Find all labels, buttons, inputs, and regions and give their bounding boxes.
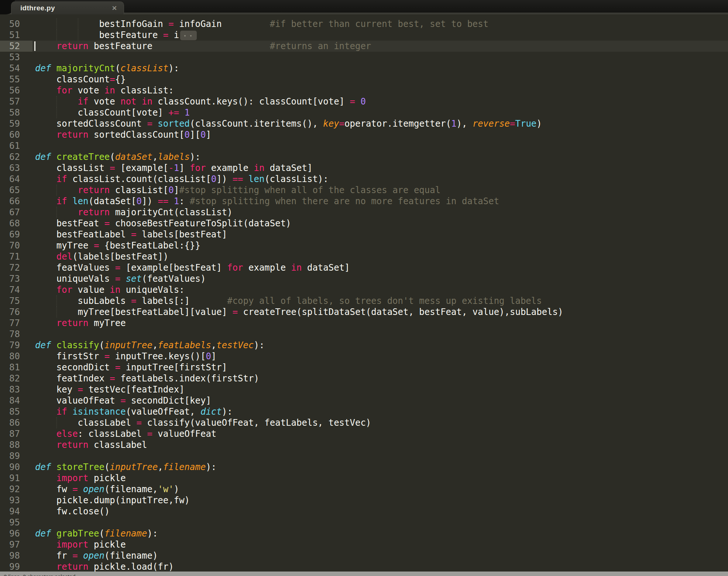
code-line[interactable]: 95 — [0, 517, 728, 528]
line-number[interactable]: 57 — [0, 96, 32, 107]
code-line[interactable]: 86 classLabel = classify(valueOfFeat, fe… — [0, 417, 728, 428]
code-line[interactable]: 50 bestInfoGain = infoGain #if better th… — [0, 18, 728, 30]
line-number[interactable]: 89 — [0, 450, 32, 462]
code-line[interactable]: 94 fw.close() — [0, 506, 728, 517]
line-number[interactable]: 82 — [0, 373, 32, 384]
code-line[interactable]: 69 bestFeatLabel = labels[bestFeat] — [0, 229, 728, 240]
code-line[interactable]: 89 — [0, 450, 728, 462]
line-number[interactable]: 85 — [0, 406, 32, 417]
code-line[interactable]: 98 fr = open(filename) — [0, 550, 728, 561]
line-number[interactable]: 70 — [0, 240, 32, 251]
code-line[interactable]: 52 return bestFeature #returns an intege… — [0, 41, 728, 52]
line-number[interactable]: 63 — [0, 162, 32, 174]
line-number[interactable]: 60 — [0, 129, 32, 140]
code-line[interactable]: 80 firstStr = inputTree.keys()[0] — [0, 351, 728, 362]
line-number[interactable]: 67 — [0, 207, 32, 218]
code-line[interactable]: 66 if len(dataSet[0]) == 1: #stop splitt… — [0, 196, 728, 207]
code-line[interactable]: 56 for vote in classList: — [0, 85, 728, 96]
line-number[interactable]: 95 — [0, 517, 32, 528]
code-line[interactable]: 88 return classLabel — [0, 439, 728, 450]
line-number[interactable]: 55 — [0, 74, 32, 85]
code-line[interactable]: 59 sortedClassCount = sorted(classCount.… — [0, 118, 728, 129]
code-line[interactable]: 70 myTree = {bestFeatLabel:{}} — [0, 240, 728, 251]
code-line[interactable]: 55 classCount={} — [0, 74, 728, 85]
code-line[interactable]: 75 subLabels = labels[:] #copy all of la… — [0, 295, 728, 306]
code-line[interactable]: 67 return majorityCnt(classList) — [0, 207, 728, 218]
line-number[interactable]: 90 — [0, 462, 32, 473]
code-line[interactable]: 83 key = testVec[featIndex] — [0, 384, 728, 395]
code-area[interactable]: 50 bestInfoGain = infoGain #if better th… — [0, 16, 728, 572]
code-line[interactable]: 78 — [0, 329, 728, 340]
line-number[interactable]: 86 — [0, 417, 32, 428]
line-number[interactable]: 58 — [0, 107, 32, 118]
code-line[interactable]: 81 secondDict = inputTree[firstStr] — [0, 362, 728, 373]
code-line[interactable]: 53 — [0, 52, 728, 63]
line-number[interactable]: 66 — [0, 196, 32, 207]
code-line[interactable]: 71 del(labels[bestFeat]) — [0, 251, 728, 262]
line-number[interactable]: 77 — [0, 318, 32, 329]
line-number[interactable]: 53 — [0, 52, 32, 63]
line-number[interactable]: 79 — [0, 340, 32, 351]
line-number[interactable]: 73 — [0, 273, 32, 284]
line-number[interactable]: 51 — [0, 30, 32, 41]
code-line[interactable]: 76 myTree[bestFeatLabel][value] = create… — [0, 306, 728, 318]
line-number[interactable]: 64 — [0, 174, 32, 185]
code-line[interactable]: 74 for value in uniqueVals: — [0, 284, 728, 295]
code-line[interactable]: 91 import pickle — [0, 473, 728, 484]
line-number[interactable]: 61 — [0, 140, 32, 151]
line-number[interactable]: 93 — [0, 495, 32, 506]
code-line[interactable]: 73 uniqueVals = set(featValues) — [0, 273, 728, 284]
line-number[interactable]: 68 — [0, 218, 32, 229]
code-line[interactable]: 97 import pickle — [0, 539, 728, 550]
line-number[interactable]: 56 — [0, 85, 32, 96]
line-number[interactable]: 88 — [0, 439, 32, 450]
line-number[interactable]: 52 — [0, 41, 32, 52]
line-number[interactable]: 59 — [0, 118, 32, 129]
code-line[interactable]: 51 bestFeature = i — [0, 30, 728, 41]
line-number[interactable]: 96 — [0, 528, 32, 539]
line-number[interactable]: 65 — [0, 185, 32, 196]
line-number[interactable]: 78 — [0, 329, 32, 340]
code-line[interactable]: 87 else: classLabel = valueOfFeat — [0, 428, 728, 439]
code-line[interactable]: 62def createTree(dataSet,labels): — [0, 151, 728, 162]
line-number[interactable]: 72 — [0, 262, 32, 273]
code-line[interactable]: 61 — [0, 140, 728, 151]
close-icon[interactable]: ✕ — [112, 4, 117, 12]
code-line[interactable]: 54def majorityCnt(classList): — [0, 63, 728, 74]
line-number[interactable]: 84 — [0, 395, 32, 406]
line-number[interactable]: 81 — [0, 362, 32, 373]
line-number[interactable]: 74 — [0, 284, 32, 295]
code-line[interactable]: 58 classCount[vote] += 1 — [0, 107, 728, 118]
code-line[interactable]: 82 featIndex = featLabels.index(firstStr… — [0, 373, 728, 384]
code-line[interactable]: 77 return myTree — [0, 318, 728, 329]
line-number[interactable]: 75 — [0, 295, 32, 306]
code-line[interactable]: 60 return sortedClassCount[0][0] — [0, 129, 728, 140]
code-line[interactable]: 84 valueOfFeat = secondDict[key] — [0, 395, 728, 406]
line-number[interactable]: 71 — [0, 251, 32, 262]
code-line[interactable]: 92 fw = open(filename,'w') — [0, 484, 728, 495]
code-line[interactable]: 63 classList = [example[-1] for example … — [0, 162, 728, 174]
code-line[interactable]: 64 if classList.count(classList[0]) == l… — [0, 174, 728, 185]
code-line[interactable]: 96def grabTree(filename): — [0, 528, 728, 539]
line-number[interactable]: 69 — [0, 229, 32, 240]
line-number[interactable]: 50 — [0, 18, 32, 30]
line-number[interactable]: 76 — [0, 306, 32, 318]
line-number[interactable]: 80 — [0, 351, 32, 362]
line-number[interactable]: 87 — [0, 428, 32, 439]
line-number[interactable]: 98 — [0, 550, 32, 561]
code-line[interactable]: 90def storeTree(inputTree,filename): — [0, 462, 728, 473]
line-number[interactable]: 99 — [0, 561, 32, 572]
code-line[interactable]: 93 pickle.dump(inputTree,fw) — [0, 495, 728, 506]
code-line[interactable]: 85 if isinstance(valueOfFeat, dict): — [0, 406, 728, 417]
line-number[interactable]: 91 — [0, 473, 32, 484]
code-line[interactable]: 79def classify(inputTree,featLabels,test… — [0, 340, 728, 351]
code-line[interactable]: 57 if vote not in classCount.keys(): cla… — [0, 96, 728, 107]
line-number[interactable]: 97 — [0, 539, 32, 550]
line-number[interactable]: 54 — [0, 63, 32, 74]
code-line[interactable]: 65 return classList[0]#stop splitting wh… — [0, 185, 728, 196]
code-line[interactable]: 99 return pickle.load(fr) — [0, 561, 728, 572]
line-number[interactable]: 83 — [0, 384, 32, 395]
line-number[interactable]: 94 — [0, 506, 32, 517]
line-number[interactable]: 92 — [0, 484, 32, 495]
tab-idthree[interactable]: idthree.py ✕ — [11, 1, 124, 14]
